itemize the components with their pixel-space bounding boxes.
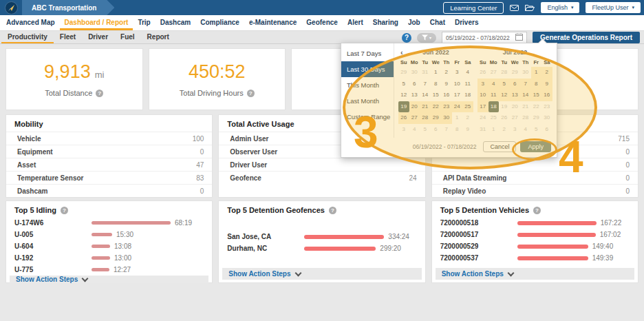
day-cell[interactable]: 14 xyxy=(420,90,431,101)
nav-item-advanced-map[interactable]: Advanced Map xyxy=(1,15,60,30)
show-action-steps-button[interactable]: Show Action Steps xyxy=(436,268,634,280)
day-cell[interactable]: 6 xyxy=(541,124,552,136)
day-cell[interactable]: 30 xyxy=(441,112,452,124)
day-cell[interactable]: 19 xyxy=(398,101,409,113)
datepicker-preset-last-month[interactable]: Last Month xyxy=(341,93,394,109)
nav-item-drivers[interactable]: Drivers xyxy=(450,15,483,30)
cancel-button[interactable]: Cancel xyxy=(483,141,516,152)
help-icon[interactable]: ? xyxy=(329,207,336,214)
subnav-item-productivity[interactable]: Productivity xyxy=(1,31,54,43)
day-cell[interactable]: 3 xyxy=(477,79,489,90)
day-cell[interactable]: 18 xyxy=(489,101,500,113)
day-cell[interactable]: 28 xyxy=(520,112,531,124)
generate-operations-report-button[interactable]: Generate Operations Report xyxy=(533,32,640,43)
day-cell[interactable]: 15 xyxy=(431,90,442,101)
day-cell[interactable]: 11 xyxy=(462,79,473,90)
day-cell[interactable]: 1 xyxy=(531,67,542,79)
show-action-steps-button[interactable]: Show Action Steps xyxy=(10,276,208,283)
day-cell[interactable]: 12 xyxy=(398,90,409,101)
day-cell[interactable]: 4 xyxy=(520,124,531,136)
day-cell[interactable]: 21 xyxy=(520,101,531,113)
day-cell[interactable]: 2 xyxy=(499,124,510,136)
day-cell[interactable]: 25 xyxy=(462,101,473,113)
day-cell[interactable]: 24 xyxy=(452,101,463,113)
day-cell[interactable]: 27 xyxy=(510,112,521,124)
nav-item-trip[interactable]: Trip xyxy=(133,15,155,30)
day-cell[interactable]: 19 xyxy=(499,101,510,113)
day-cell[interactable]: 28 xyxy=(420,112,431,124)
day-cell[interactable]: 9 xyxy=(441,79,452,90)
day-cell[interactable]: 16 xyxy=(441,90,452,101)
day-cell[interactable]: 20 xyxy=(510,101,521,113)
day-cell[interactable]: 6 xyxy=(510,79,521,90)
datepicker-preset-last-30-days[interactable]: Last 30 Days xyxy=(341,61,394,77)
day-cell[interactable]: 13 xyxy=(510,90,521,101)
day-cell[interactable]: 5 xyxy=(531,124,542,136)
language-dropdown[interactable]: English ▾ xyxy=(541,2,579,13)
help-icon[interactable]: ? xyxy=(533,207,541,214)
nav-item-e-maintenance[interactable]: e-Maintenance xyxy=(244,15,301,30)
day-cell[interactable]: 12 xyxy=(499,90,510,101)
subnav-item-report[interactable]: Report xyxy=(141,31,175,43)
folder-icon[interactable] xyxy=(525,4,535,11)
learning-center-button[interactable]: Learning Center xyxy=(443,2,504,14)
filter-button[interactable]: ▾ xyxy=(417,33,436,43)
day-cell[interactable]: 8 xyxy=(431,79,442,90)
day-cell[interactable]: 25 xyxy=(489,112,500,124)
day-cell[interactable]: 4 xyxy=(409,124,420,136)
day-cell[interactable]: 13 xyxy=(409,90,420,101)
day-cell[interactable]: 1 xyxy=(489,124,500,136)
day-cell[interactable]: 11 xyxy=(489,90,500,101)
apply-button[interactable]: Apply xyxy=(520,141,551,152)
fleetup-logo-icon[interactable] xyxy=(5,1,18,14)
day-cell[interactable]: 5 xyxy=(420,124,431,136)
day-cell[interactable]: 2 xyxy=(462,112,473,124)
date-range-input[interactable]: 05/19/2022 - 07/18/2022 xyxy=(442,32,527,43)
day-cell[interactable]: 30 xyxy=(409,67,420,79)
nav-item-compliance[interactable]: Compliance xyxy=(195,15,244,30)
nav-item-dashcam[interactable]: Dashcam xyxy=(155,15,195,30)
day-cell[interactable]: 4 xyxy=(489,79,500,90)
day-cell[interactable]: 5 xyxy=(499,79,510,90)
prev-month-arrow[interactable]: ‹ xyxy=(400,48,403,58)
day-cell[interactable]: 4 xyxy=(462,67,473,79)
day-cell[interactable]: 22 xyxy=(531,101,542,113)
day-cell[interactable]: 27 xyxy=(409,112,420,124)
day-cell[interactable]: 29 xyxy=(431,112,442,124)
day-cell[interactable]: 17 xyxy=(452,90,463,101)
day-cell[interactable]: 10 xyxy=(452,79,463,90)
day-cell[interactable]: 18 xyxy=(462,90,473,101)
day-cell[interactable]: 29 xyxy=(398,67,409,79)
envelope-icon[interactable] xyxy=(510,5,519,11)
day-cell[interactable]: 8 xyxy=(452,124,463,136)
day-cell[interactable]: 26 xyxy=(477,67,489,79)
day-cell[interactable]: 31 xyxy=(420,67,431,79)
help-icon[interactable]: ? xyxy=(61,207,68,214)
day-cell[interactable]: 20 xyxy=(409,101,420,113)
show-action-steps-button[interactable]: Show Action Steps xyxy=(222,268,421,280)
day-cell[interactable]: 3 xyxy=(398,124,409,136)
nav-item-sharing[interactable]: Sharing xyxy=(368,15,403,30)
day-cell[interactable]: 8 xyxy=(531,79,542,90)
day-cell[interactable]: 28 xyxy=(499,67,510,79)
day-cell[interactable]: 9 xyxy=(462,124,473,136)
user-dropdown[interactable]: FleetUp User ▾ xyxy=(586,2,641,13)
day-cell[interactable]: 7 xyxy=(520,79,531,90)
subnav-item-driver[interactable]: Driver xyxy=(82,31,114,43)
day-cell[interactable]: 14 xyxy=(520,90,531,101)
nav-item-job[interactable]: Job xyxy=(403,15,425,30)
day-cell[interactable]: 23 xyxy=(441,101,452,113)
day-cell[interactable]: 5 xyxy=(398,79,409,90)
nav-item-chat[interactable]: Chat xyxy=(425,15,450,30)
datepicker-preset-custom-range[interactable]: Custom Range xyxy=(341,109,394,125)
day-cell[interactable]: 27 xyxy=(489,67,500,79)
day-cell[interactable]: 7 xyxy=(441,124,452,136)
day-cell[interactable]: 2 xyxy=(441,67,452,79)
day-cell[interactable]: 1 xyxy=(431,67,442,79)
day-cell[interactable]: 30 xyxy=(520,67,531,79)
day-cell[interactable]: 30 xyxy=(541,112,552,124)
day-cell[interactable]: 7 xyxy=(420,79,431,90)
day-cell[interactable]: 1 xyxy=(452,112,463,124)
day-cell[interactable]: 9 xyxy=(541,79,552,90)
day-cell[interactable]: 31 xyxy=(477,124,489,136)
